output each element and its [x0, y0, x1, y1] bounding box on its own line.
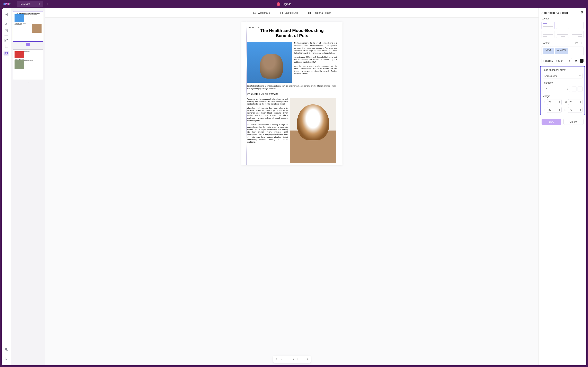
tab-background-label: Background — [285, 11, 294, 14]
paragraph: Scientists are looking at what the poten… — [247, 85, 294, 90]
thumbnail-2-label: 2 — [26, 81, 30, 84]
upgrade-button[interactable]: L Upgrade — [277, 2, 291, 6]
tab-background[interactable]: Background — [280, 11, 294, 14]
tab-watermark[interactable]: Watermark — [253, 11, 270, 14]
header-stamp: UPDF22-12-05 — [247, 27, 259, 29]
new-tab-button[interactable]: + — [46, 2, 48, 6]
rename-icon[interactable]: ✎ — [38, 3, 41, 6]
document-title: The Health and Mood-Boosting Benefits of… — [241, 22, 294, 40]
organize-tool-icon[interactable] — [3, 38, 9, 43]
svg-rect-8 — [281, 12, 282, 14]
watermark-icon — [253, 11, 256, 14]
paragraph: Research on human-animal interactions is… — [247, 98, 288, 105]
thumbnail-page-1[interactable]: The Health and Mood-Boosting Benefits of… — [13, 11, 43, 42]
edit-tool-icon[interactable] — [3, 28, 9, 33]
svg-rect-3 — [6, 39, 8, 40]
page-preview: UPDF22-12-05 The Health and Mood-Boostin… — [241, 22, 294, 165]
upgrade-label: Upgrade — [282, 3, 291, 6]
paragraph: Interacting with animals has been shown … — [247, 107, 288, 122]
tab-title: Pets-New — [20, 3, 30, 6]
background-icon — [280, 11, 283, 14]
paragraph: The NIH/Mars Partnership is funding a ra… — [247, 123, 288, 143]
dog-image — [290, 98, 294, 163]
page-tools-icon[interactable] — [3, 51, 9, 56]
document-tab[interactable]: Pets-New ✎ — [17, 1, 43, 7]
thumbnail-page-2[interactable]: ████ ████ ███ Animals Helping People ███… — [13, 49, 43, 80]
svg-rect-2 — [5, 39, 6, 40]
app-logo: UPDF — [3, 2, 11, 6]
thumbnail-1-label: 1 — [26, 43, 30, 46]
svg-rect-4 — [5, 41, 6, 42]
svg-rect-7 — [254, 12, 256, 14]
crop-tool-icon[interactable] — [3, 44, 9, 50]
user-avatar: L — [277, 2, 280, 6]
tab-watermark-label: Watermark — [258, 11, 270, 14]
annotate-tool-icon[interactable] — [3, 21, 9, 27]
section-heading: Possible Health Effects — [247, 92, 294, 96]
thumbnails-panel: The Health and Mood-Boosting Benefits of… — [11, 8, 45, 184]
cat-image — [247, 42, 292, 83]
reader-tool-icon[interactable] — [3, 12, 9, 17]
